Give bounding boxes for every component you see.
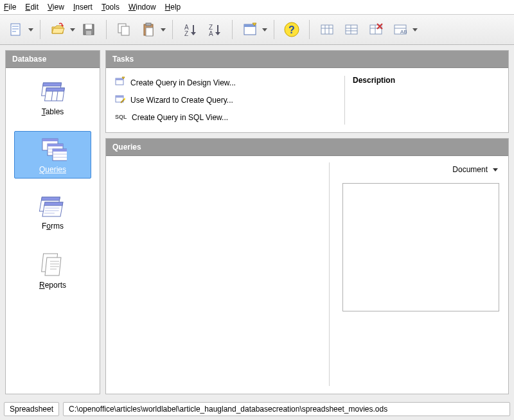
- svg-rect-9: [86, 31, 91, 35]
- sidebar-item-label: Forms: [17, 222, 88, 231]
- main-area: Database Tables: [0, 45, 514, 399]
- reports-icon: [39, 251, 67, 278]
- svg-text:Z: Z: [184, 30, 188, 37]
- sidebar-item-tables[interactable]: Tables: [14, 74, 91, 121]
- sidebar-item-queries[interactable]: Queries: [14, 131, 91, 179]
- svg-marker-23: [215, 32, 220, 35]
- queries-icon: [39, 137, 67, 162]
- svg-marker-15: [161, 28, 166, 31]
- menu-insert[interactable]: Insert: [73, 3, 93, 12]
- queries-header: Queries: [106, 139, 508, 156]
- status-path: C:\openoffice\articles\worldlabel\articl…: [63, 402, 510, 416]
- save-button[interactable]: [78, 19, 100, 40]
- menu-tools[interactable]: Tools: [102, 3, 120, 12]
- task-label: Use Wizard to Create Query...: [130, 96, 233, 105]
- toolbar-separator: [106, 20, 107, 39]
- menu-window[interactable]: Window: [128, 3, 156, 12]
- forms-icon: [39, 195, 67, 219]
- new-dropdown[interactable]: [28, 19, 33, 40]
- svg-marker-19: [191, 32, 196, 35]
- table-edit-button[interactable]: [341, 19, 362, 40]
- menu-bar: File Edit View Insert Tools Window Help: [0, 0, 514, 15]
- svg-rect-64: [41, 197, 60, 200]
- tasks-divider: [344, 76, 345, 125]
- tasks-header: Tasks: [106, 51, 508, 68]
- task-label: Create Query in SQL View...: [132, 113, 228, 122]
- task-description-label: Description: [353, 76, 501, 85]
- open-button[interactable]: [47, 19, 69, 40]
- open-dropdown[interactable]: [70, 19, 75, 40]
- design-view-icon: [115, 76, 125, 89]
- toolbar-separator: [232, 20, 233, 39]
- task-label: Create Query in Design View...: [130, 78, 236, 87]
- table-rename-button[interactable]: AB: [389, 19, 411, 40]
- sidebar-item-reports[interactable]: Reports: [14, 245, 91, 294]
- svg-rect-48: [43, 83, 62, 86]
- menu-view[interactable]: View: [48, 3, 64, 12]
- svg-marker-4: [28, 28, 33, 31]
- svg-marker-84: [493, 168, 498, 171]
- queries-preview-column: Document: [337, 162, 499, 386]
- svg-rect-60: [53, 149, 67, 152]
- copy-button[interactable]: [113, 19, 135, 40]
- paste-button[interactable]: [137, 19, 159, 40]
- new-button[interactable]: [5, 19, 27, 40]
- table-rename-dropdown[interactable]: [412, 19, 418, 40]
- chevron-down-icon: [493, 165, 498, 174]
- queries-divider: [329, 162, 330, 386]
- table-new-button[interactable]: [316, 19, 338, 40]
- svg-rect-2: [12, 28, 19, 30]
- menu-help[interactable]: Help: [165, 3, 181, 12]
- svg-marker-6: [70, 28, 75, 31]
- svg-text:SQL: SQL: [115, 114, 127, 120]
- svg-rect-34: [346, 25, 357, 34]
- help-button[interactable]: ?: [281, 19, 303, 40]
- svg-rect-3: [12, 31, 16, 32]
- tasks-panel: Tasks Create Query in Design View... Use…: [105, 50, 509, 133]
- sidebar-item-label: Reports: [17, 281, 88, 290]
- svg-rect-30: [321, 25, 333, 34]
- svg-rect-8: [85, 24, 92, 29]
- status-bar: Spreadsheet C:\openoffice\articles\world…: [0, 399, 514, 420]
- sidebar-item-forms[interactable]: Forms: [14, 189, 91, 235]
- svg-rect-77: [116, 78, 123, 80]
- svg-rect-56: [48, 144, 63, 146]
- toolbar: AZ ZA ? AB: [0, 15, 514, 45]
- tables-icon: [39, 80, 67, 105]
- queries-list[interactable]: [115, 162, 321, 386]
- task-create-design-view[interactable]: Create Query in Design View...: [114, 76, 337, 89]
- content-column: Tasks Create Query in Design View... Use…: [105, 50, 509, 394]
- sidebar-header: Database: [6, 51, 100, 68]
- sql-icon: SQL: [115, 111, 127, 123]
- form-button[interactable]: [239, 19, 261, 40]
- menu-edit[interactable]: Edit: [25, 3, 39, 12]
- svg-rect-13: [146, 23, 151, 26]
- sort-descending-button[interactable]: ZA: [204, 19, 226, 40]
- sidebar-item-label: Tables: [17, 107, 88, 116]
- task-list: Create Query in Design View... Use Wizar…: [114, 76, 337, 125]
- paste-dropdown[interactable]: [161, 19, 166, 40]
- svg-marker-46: [412, 28, 418, 31]
- document-dropdown-label: Document: [452, 165, 488, 174]
- svg-rect-66: [44, 202, 63, 206]
- database-sidebar: Database Tables: [5, 50, 100, 394]
- toolbar-separator: [309, 20, 310, 39]
- queries-panel: Queries Document: [105, 138, 509, 394]
- status-type: Spreadsheet: [4, 402, 59, 416]
- table-delete-button[interactable]: [365, 19, 387, 40]
- svg-text:?: ?: [288, 24, 295, 35]
- sort-ascending-button[interactable]: AZ: [179, 19, 201, 40]
- form-dropdown[interactable]: [262, 19, 267, 40]
- document-dropdown[interactable]: Document: [451, 162, 499, 177]
- task-use-wizard[interactable]: Use Wizard to Create Query...: [114, 93, 337, 107]
- menu-file[interactable]: File: [4, 3, 16, 12]
- wizard-icon: [115, 94, 125, 106]
- queries-body: Document: [106, 156, 508, 394]
- preview-box: [342, 183, 499, 311]
- sidebar-body: Tables Queries: [6, 68, 100, 394]
- toolbar-separator: [274, 20, 274, 39]
- svg-rect-50: [46, 88, 65, 91]
- task-create-sql-view[interactable]: SQL Create Query in SQL View...: [114, 110, 337, 124]
- tasks-body: Create Query in Design View... Use Wizar…: [106, 68, 508, 132]
- svg-rect-1: [12, 26, 19, 27]
